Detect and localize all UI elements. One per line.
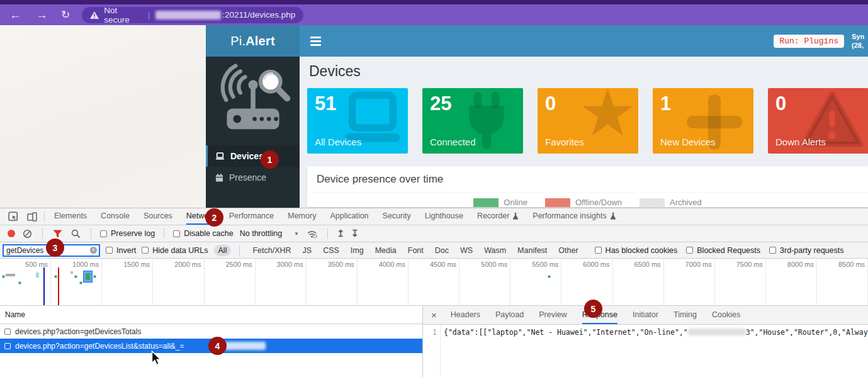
browser-toolbar: ← → ↻ Not secure | :20211/devices.php: [0, 4, 868, 25]
clear-filter-icon[interactable]: ×: [90, 247, 97, 254]
address-bar[interactable]: Not secure | :20211/devices.php: [82, 7, 303, 23]
chevron-down-icon: ▼: [294, 231, 299, 237]
hide-data-urls-checkbox[interactable]: Hide data URLs: [142, 246, 208, 255]
devtools-tab[interactable]: Console: [101, 208, 130, 225]
devtools-tab[interactable]: Performance: [229, 208, 274, 225]
devtools-tab[interactable]: Performance insights: [533, 208, 616, 225]
annotation-step-4: 4: [208, 337, 227, 355]
devtools-tab[interactable]: Recorder: [477, 208, 519, 225]
inspect-element-icon[interactable]: [4, 208, 23, 225]
response-json[interactable]: {"data":[["laptop","Net - Huawei","Inter…: [441, 325, 868, 377]
archived-swatch: [640, 198, 665, 207]
annotation-step-3: 3: [46, 239, 64, 257]
hamburger-menu-icon[interactable]: [310, 37, 321, 46]
card-label: Connected: [430, 137, 476, 147]
details-tab[interactable]: Cookies: [712, 306, 740, 324]
card-value: 0: [545, 93, 631, 115]
filter-chip[interactable]: Other: [554, 245, 582, 256]
back-icon[interactable]: ←: [9, 9, 21, 21]
filter-input[interactable]: [4, 246, 84, 255]
record-icon[interactable]: [8, 230, 15, 237]
divider: [164, 228, 164, 239]
laptop-icon: [215, 152, 225, 160]
calendar-icon: [215, 174, 223, 182]
request-row-totals[interactable]: devices.php?action=getDevicesTotals: [0, 324, 422, 339]
devtools-tabbar: Elements Console Sources Network: [0, 208, 868, 225]
sidebar-item-devices[interactable]: Devices: [206, 145, 300, 167]
forward-icon[interactable]: →: [36, 9, 48, 21]
network-conditions-icon[interactable]: [305, 229, 318, 239]
sidebar-devices-label: Devices: [230, 151, 264, 161]
app-logo[interactable]: Pi.Alert: [206, 25, 300, 57]
waterfall-mark: [70, 271, 73, 274]
devtools-tab[interactable]: Security: [383, 208, 411, 225]
import-har-icon[interactable]: ↥: [337, 228, 345, 239]
devtools-tab[interactable]: Elements: [54, 208, 87, 225]
logo-bold: Alert: [245, 34, 275, 48]
close-icon[interactable]: ×: [423, 306, 443, 324]
preserve-log-checkbox[interactable]: Preserve log: [100, 229, 155, 238]
details-tab[interactable]: Headers: [451, 306, 480, 324]
filter-chip[interactable]: Fetch/XHR: [248, 245, 295, 256]
filter-chip[interactable]: Media: [371, 245, 401, 256]
card-connected[interactable]: 25 Connected: [422, 88, 523, 154]
devtools-tab[interactable]: Lighthouse: [425, 208, 463, 225]
presence-panel: Device presence over time Online Offline…: [307, 166, 868, 207]
filter-chip[interactable]: Manifest: [513, 245, 551, 256]
device-toolbar-icon[interactable]: [23, 208, 42, 225]
card-favorites[interactable]: 0 ★ Favorites: [538, 88, 638, 154]
checkbox[interactable]: [100, 230, 107, 237]
filter-chip[interactable]: Font: [403, 245, 428, 256]
devtools-tab[interactable]: Sources: [144, 208, 172, 225]
card-label: All Devices: [315, 137, 361, 147]
card-all-devices[interactable]: 51 All Devices: [307, 88, 408, 154]
filter-icon[interactable]: [52, 230, 64, 238]
request-list-header[interactable]: Name: [0, 306, 422, 324]
export-har-icon[interactable]: ↧: [351, 228, 359, 239]
filter-checkbox[interactable]: Blocked Requests: [686, 246, 760, 255]
desktop-background: [0, 25, 206, 208]
devtools-tab[interactable]: Application: [330, 208, 368, 225]
details-tab[interactable]: Payload: [495, 306, 524, 324]
online-swatch: [473, 198, 499, 207]
magnifier-icon: [258, 70, 286, 98]
checkbox[interactable]: [4, 329, 11, 335]
disable-cache-checkbox[interactable]: Disable cache: [173, 229, 234, 238]
details-tab[interactable]: Preview: [539, 306, 566, 324]
filter-checkbox[interactable]: Has blocked cookies: [595, 246, 678, 255]
pialert-router-logo: [213, 61, 293, 140]
filter-chip[interactable]: Doc: [431, 245, 453, 256]
filter-chip[interactable]: WS: [456, 245, 477, 256]
clear-icon[interactable]: [21, 229, 33, 239]
invert-checkbox[interactable]: Invert: [106, 246, 136, 255]
card-new-devices[interactable]: 1 New Devices: [653, 88, 753, 154]
response-body: 1 {"data":[["laptop","Net - Huawei","Int…: [423, 325, 868, 377]
filter-chip[interactable]: JS: [298, 245, 317, 256]
details-tab[interactable]: Timing: [674, 306, 697, 324]
reload-icon[interactable]: ↻: [61, 9, 70, 20]
page-title: Devices: [309, 63, 868, 80]
logo-prefix: Pi.: [230, 34, 245, 48]
sidebar-item-presence[interactable]: Presence: [206, 167, 300, 188]
annotation-step-5: 5: [584, 300, 602, 318]
run-plugins-button[interactable]: Run: Plugins: [774, 35, 844, 48]
throttling-dropdown[interactable]: No throttling ▼: [240, 229, 299, 238]
network-overview[interactable]: 500 ms1000 ms1500 ms2000 ms2500 ms3000 m…: [0, 259, 868, 306]
filter-checkbox[interactable]: 3rd-party requests: [769, 246, 843, 255]
filter-chip[interactable]: CSS: [318, 245, 344, 256]
checkbox[interactable]: [4, 343, 11, 349]
filter-chip[interactable]: Wasm: [480, 245, 510, 256]
sync-status-text: Syn (28,: [852, 32, 868, 50]
warning-triangle-icon: [90, 11, 99, 19]
request-details-pane: × HeadersPayloadPreviewResponseInitiator…: [423, 306, 868, 377]
card-down-alerts[interactable]: 0 Down Alerts: [768, 88, 868, 154]
checkbox[interactable]: [173, 230, 180, 237]
waterfall-mark: [18, 281, 21, 284]
filter-chip[interactable]: Img: [346, 245, 368, 256]
devtools-tab[interactable]: Memory: [288, 208, 316, 225]
annotation-step-1: 1: [261, 150, 279, 169]
filter-chip-all[interactable]: All: [214, 245, 232, 256]
legend-offline: Offline/Down: [545, 198, 622, 207]
details-tab[interactable]: Initiator: [633, 306, 658, 324]
search-icon[interactable]: [70, 229, 82, 239]
